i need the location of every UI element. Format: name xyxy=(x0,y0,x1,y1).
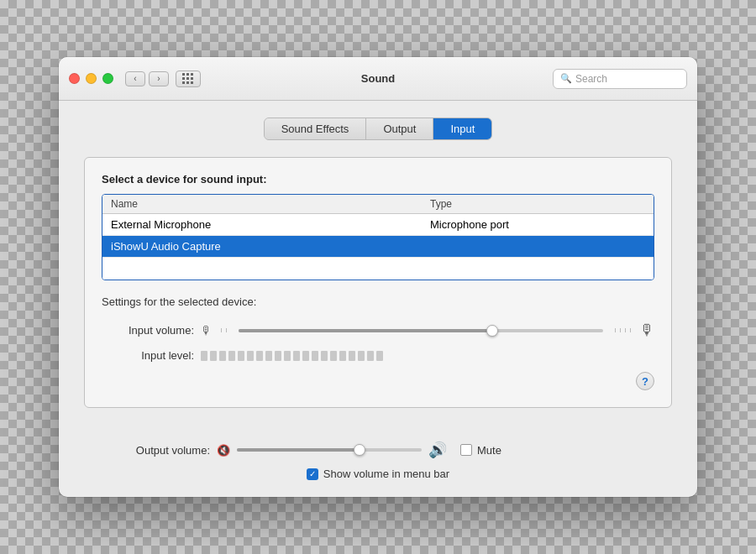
level-bar xyxy=(330,351,337,361)
nav-buttons: ‹ › xyxy=(125,71,169,86)
close-button[interactable] xyxy=(69,73,80,84)
col-header-name: Name xyxy=(111,198,430,210)
level-bar xyxy=(349,351,355,361)
table-row-selected[interactable]: iShowU Audio Capture xyxy=(102,236,654,258)
output-volume-row: Output volume: 🔇 🔊 Mute xyxy=(84,441,672,459)
back-icon: ‹ xyxy=(134,74,136,83)
output-volume-slider[interactable] xyxy=(237,448,422,452)
level-bar xyxy=(256,351,263,361)
table-header: Name Type xyxy=(102,195,654,214)
mute-checkbox-area[interactable]: Mute xyxy=(460,444,501,457)
bottom-section: Output volume: 🔇 🔊 Mute ✓ Show volume in… xyxy=(59,429,697,497)
level-bar xyxy=(247,351,254,361)
input-level-label: Input level: xyxy=(102,349,194,362)
col-header-type: Type xyxy=(430,198,645,210)
settings-label: Settings for the selected device: xyxy=(102,295,654,308)
window-title: Sound xyxy=(361,72,395,85)
tab-output[interactable]: Output xyxy=(366,118,433,139)
ticks-left xyxy=(219,328,228,332)
show-volume-checkbox[interactable]: ✓ xyxy=(307,468,318,480)
search-icon: 🔍 xyxy=(560,73,572,84)
search-box[interactable]: 🔍 Search xyxy=(553,69,687,89)
tabs-container: Sound Effects Output Input xyxy=(84,118,672,140)
maximize-button[interactable] xyxy=(102,73,113,84)
level-bar xyxy=(275,351,281,361)
device-table: Name Type External Microphone Microphone… xyxy=(102,194,654,280)
show-volume-row: ✓ Show volume in menu bar xyxy=(84,468,672,480)
forward-button[interactable]: › xyxy=(149,71,169,86)
mic-large-icon: 🎙 xyxy=(639,321,654,339)
tab-sound-effects[interactable]: Sound Effects xyxy=(265,118,367,139)
mic-small-icon: 🎙 xyxy=(201,324,213,337)
search-input[interactable]: Search xyxy=(575,73,607,85)
input-level-row: Input level: xyxy=(102,349,654,362)
level-bar xyxy=(367,351,374,361)
level-bar xyxy=(339,351,346,361)
level-bar xyxy=(265,351,272,361)
level-bar xyxy=(302,351,309,361)
mute-label: Mute xyxy=(477,444,501,457)
tab-group: Sound Effects Output Input xyxy=(264,118,493,140)
ticks-right xyxy=(613,328,633,332)
table-row-empty[interactable] xyxy=(102,258,654,280)
input-volume-slider[interactable] xyxy=(239,329,603,332)
speaker-large-icon: 🔊 xyxy=(428,441,447,459)
device-type-1: Microphone port xyxy=(430,218,645,231)
tab-input[interactable]: Input xyxy=(433,118,491,139)
level-bar xyxy=(376,351,383,361)
input-volume-row: Input volume: 🎙 🎙 xyxy=(102,321,654,339)
table-row[interactable]: External Microphone Microphone port xyxy=(102,214,654,236)
device-section-label: Select a device for sound input: xyxy=(102,173,654,186)
back-button[interactable]: ‹ xyxy=(125,71,145,86)
content-area: Sound Effects Output Input Select a devi… xyxy=(59,101,697,429)
level-bar xyxy=(228,351,235,361)
level-bar xyxy=(284,351,291,361)
inner-panel: Select a device for sound input: Name Ty… xyxy=(84,157,672,408)
minimize-button[interactable] xyxy=(86,73,97,84)
titlebar: ‹ › Sound 🔍 Search xyxy=(59,57,697,101)
level-bar xyxy=(293,351,300,361)
traffic-lights xyxy=(69,73,113,84)
mute-checkbox[interactable] xyxy=(460,444,472,456)
device-name-1: External Microphone xyxy=(111,218,430,231)
level-bar xyxy=(358,351,365,361)
show-volume-label: Show volume in menu bar xyxy=(323,468,449,480)
level-bar xyxy=(321,351,328,361)
help-button[interactable]: ? xyxy=(636,372,654,390)
level-bar xyxy=(312,351,318,361)
level-bars xyxy=(201,351,383,361)
main-window: ‹ › Sound 🔍 Search Sound Effects xyxy=(59,57,697,497)
level-bar xyxy=(201,351,207,361)
forward-icon: › xyxy=(157,74,160,83)
help-row: ? xyxy=(102,372,654,390)
level-bar xyxy=(219,351,226,361)
speaker-small-icon: 🔇 xyxy=(217,444,230,457)
grid-icon xyxy=(182,73,194,85)
level-bar xyxy=(210,351,217,361)
output-volume-label: Output volume: xyxy=(101,444,210,457)
input-volume-label: Input volume: xyxy=(102,324,194,337)
level-bar xyxy=(238,351,244,361)
device-name-2: iShowU Audio Capture xyxy=(111,240,430,253)
grid-button[interactable] xyxy=(176,71,201,87)
